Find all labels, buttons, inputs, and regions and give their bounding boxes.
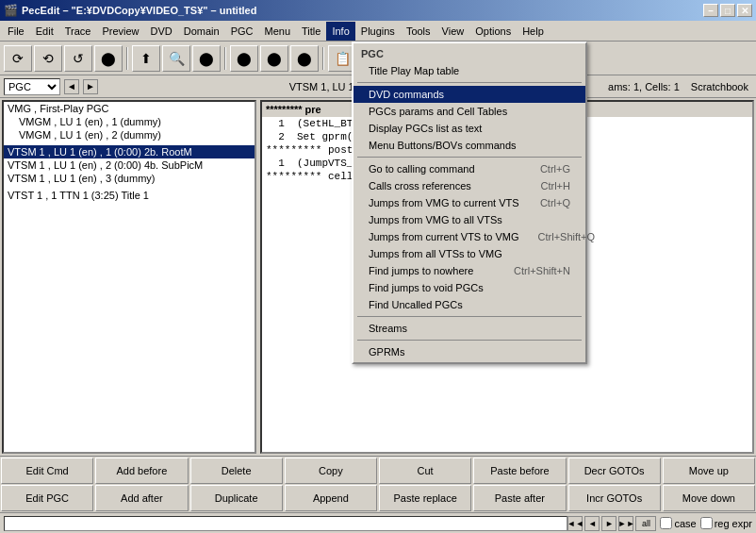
dropdown-separator xyxy=(357,340,582,341)
title-bar: 🎬 PecEdit – "E:¥DVDCopy¥VIDEO_TS¥" – unt… xyxy=(0,0,756,21)
toolbar-separator xyxy=(224,47,226,70)
toolbar-btn-6[interactable]: ⬤ xyxy=(192,45,221,72)
bottom-btn-paste-after[interactable]: Paste after xyxy=(473,485,566,511)
dropdown-separator xyxy=(357,316,582,317)
nav-right-btn[interactable]: ► xyxy=(83,79,98,94)
bottom-btn-duplicate[interactable]: Duplicate xyxy=(190,485,283,511)
nav-last-btn[interactable]: ►► xyxy=(618,516,633,531)
toolbar-btn-1[interactable]: ⟲ xyxy=(34,45,62,72)
dropdown-item[interactable]: Find Uncalled PGCs xyxy=(353,296,585,313)
menu-item-info[interactable]: Info xyxy=(326,22,354,41)
close-button[interactable]: ✕ xyxy=(737,4,752,17)
bottom-btn-decr-gotos[interactable]: Decr GOTOs xyxy=(568,458,661,484)
nav-first-btn[interactable]: ◄◄ xyxy=(567,516,583,531)
toolbar-btn-3[interactable]: ⬤ xyxy=(94,45,123,72)
dropdown-item[interactable]: DVD commands xyxy=(353,86,585,103)
bottom-btn-add-before[interactable]: Add before xyxy=(95,458,188,484)
menu-bar: FileEditTracePreviewDVDDomainPGCMenuTitl… xyxy=(0,21,756,42)
menu-item-file[interactable]: File xyxy=(2,22,30,41)
dropdown-item[interactable]: Jumps from all VTSs to VMG xyxy=(353,245,585,262)
dropdown-item[interactable]: Title Play Map table xyxy=(353,62,585,79)
menu-item-title[interactable]: Title xyxy=(296,22,326,41)
maximize-button[interactable]: □ xyxy=(720,4,735,17)
info-dropdown: PGCTitle Play Map tableDVD commandsPGCs … xyxy=(352,42,587,364)
bottom-btn-paste-replace[interactable]: Paste replace xyxy=(379,485,471,511)
tree-item[interactable]: VMGM , LU 1 (en) , 2 (dummy) xyxy=(4,128,255,142)
pgc-select[interactable]: PGC xyxy=(4,78,60,95)
toolbar-separator xyxy=(322,47,324,70)
toolbar-separator xyxy=(126,47,128,70)
tree-item[interactable]: VTSM 1 , LU 1 (en) , 2 (0:00) 4b. SubPic… xyxy=(4,158,255,172)
bottom-btn-add-after[interactable]: Add after xyxy=(95,485,188,511)
bottom-btn-edit-pgc[interactable]: Edit PGC xyxy=(1,485,93,511)
toolbar-btn-4[interactable]: ⬆ xyxy=(132,45,160,72)
dropdown-item[interactable]: Display PGCs list as text xyxy=(353,120,585,137)
nav-left-btn[interactable]: ◄ xyxy=(64,79,79,94)
dropdown-item[interactable]: Jumps from VMG to current VTSCtrl+Q xyxy=(353,194,585,211)
scratchbook-label: Scratchbook xyxy=(691,81,748,92)
bottom-btn-delete[interactable]: Delete xyxy=(190,458,283,484)
ams-cells-info: ams: 1, Cells: 1 xyxy=(608,81,680,92)
menu-item-edit[interactable]: Edit xyxy=(30,22,59,41)
dropdown-item[interactable]: GPRMs xyxy=(353,343,585,360)
toolbar-btn-2[interactable]: ↺ xyxy=(64,45,92,72)
menu-item-pgc[interactable]: PGC xyxy=(225,22,259,41)
menu-item-help[interactable]: Help xyxy=(517,22,550,41)
dropdown-separator xyxy=(357,157,582,158)
status-search-input[interactable] xyxy=(4,516,567,531)
menu-item-plugins[interactable]: Plugins xyxy=(355,22,401,41)
menu-item-dvd[interactable]: DVD xyxy=(145,22,178,41)
bottom-btn-incr-gotos[interactable]: Incr GOTOs xyxy=(568,485,661,511)
nav-prev-btn[interactable]: ◄ xyxy=(584,516,600,531)
left-panel: VMG , First-Play PGCVMGM , LU 1 (en) , 1… xyxy=(2,100,256,454)
dropdown-section: PGC xyxy=(353,45,585,62)
tree-item[interactable]: VTST 1 , 1 TTN 1 (3:25) Title 1 xyxy=(4,189,255,202)
app-icon: 🎬 xyxy=(4,4,18,17)
toolbar-btn-5[interactable]: 🔍 xyxy=(162,45,190,72)
bottom-row1: Edit CmdAdd beforeDeleteCopyCutPaste bef… xyxy=(0,456,756,484)
bottom-row2: Edit PGCAdd afterDuplicateAppendPaste re… xyxy=(0,484,756,512)
bottom-btn-edit-cmd[interactable]: Edit Cmd xyxy=(1,458,93,484)
regexp-checkbox[interactable] xyxy=(700,517,713,529)
menu-item-options[interactable]: Options xyxy=(469,22,517,41)
nav-all-btn[interactable]: all xyxy=(635,516,656,531)
nav-next-btn[interactable]: ► xyxy=(601,516,616,531)
menu-item-domain[interactable]: Domain xyxy=(178,22,225,41)
window-title: PecEdit – "E:¥DVDCopy¥VIDEO_TS¥" – untit… xyxy=(22,5,256,16)
dropdown-item[interactable]: Jumps from VMG to all VTSs xyxy=(353,211,585,228)
tree-item[interactable]: VMG , First-Play PGC xyxy=(4,102,255,115)
dropdown-item[interactable]: Menu Buttons/BOVs commands xyxy=(353,137,585,154)
tree-item[interactable]: VMGM , LU 1 (en) , 1 (dummy) xyxy=(4,115,255,128)
tree-item[interactable]: VTSM 1 , LU 1 (en) , 3 (dummy) xyxy=(4,172,255,185)
dropdown-item[interactable]: Go to calling commandCtrl+G xyxy=(353,160,585,177)
menu-item-trace[interactable]: Trace xyxy=(59,22,97,41)
bottom-btn-cut[interactable]: Cut xyxy=(379,458,471,484)
dropdown-item[interactable]: Calls cross referencesCtrl+H xyxy=(353,177,585,194)
dropdown-separator xyxy=(357,82,582,83)
dropdown-item[interactable]: PGCs params and Cell Tables xyxy=(353,103,585,120)
dropdown-item[interactable]: Find jumps to nowhereCtrl+Shift+N xyxy=(353,262,585,279)
dropdown-item[interactable]: Streams xyxy=(353,320,585,337)
regexp-check: reg expr xyxy=(700,517,752,529)
menu-item-tools[interactable]: Tools xyxy=(401,22,436,41)
bottom-btn-paste-before[interactable]: Paste before xyxy=(473,458,566,484)
minimize-button[interactable]: – xyxy=(703,4,718,17)
case-checkbox[interactable] xyxy=(660,517,672,529)
menu-item-preview[interactable]: Preview xyxy=(96,22,144,41)
toolbar-btn-7[interactable]: ⬤ xyxy=(230,45,258,72)
toolbar-btn-8[interactable]: ⬤ xyxy=(260,45,288,72)
bottom-btn-copy[interactable]: Copy xyxy=(285,458,377,484)
toolbar-btn-9[interactable]: ⬤ xyxy=(290,45,319,72)
dropdown-item[interactable]: Find jumps to void PGCs xyxy=(353,279,585,296)
bottom-btn-move-up[interactable]: Move up xyxy=(663,458,755,484)
toolbar-btn-0[interactable]: ⟳ xyxy=(4,45,32,72)
menu-item-view[interactable]: View xyxy=(436,22,470,41)
bottom-btn-append[interactable]: Append xyxy=(285,485,377,511)
tree-item[interactable]: VTSM 1 , LU 1 (en) , 1 (0:00) 2b. RootM xyxy=(4,145,255,158)
regexp-label: reg expr xyxy=(715,518,752,529)
status-nav: ◄◄ ◄ ► ►► all xyxy=(567,516,656,531)
menu-item-menu[interactable]: Menu xyxy=(259,22,297,41)
status-bar: ◄◄ ◄ ► ►► all case reg expr xyxy=(0,512,756,533)
dropdown-item[interactable]: Jumps from current VTS to VMGCtrl+Shift+… xyxy=(353,228,585,245)
bottom-btn-move-down[interactable]: Move down xyxy=(663,485,755,511)
